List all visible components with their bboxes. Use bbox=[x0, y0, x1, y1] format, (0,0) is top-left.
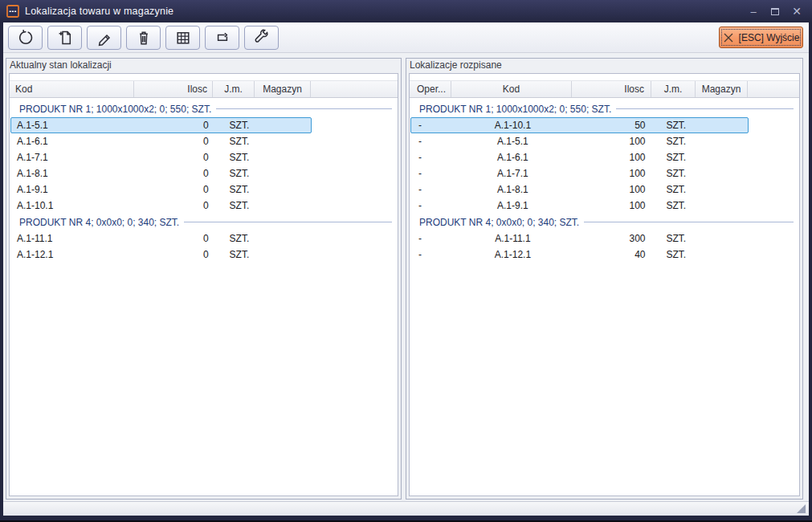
toolbar: [ESC] Wyjście bbox=[3, 22, 809, 53]
right-col-jm[interactable]: J.m. bbox=[651, 81, 696, 97]
table-row[interactable]: -A.1-6.1100SZT. bbox=[410, 149, 749, 165]
right-col-magazyn[interactable]: Magazyn bbox=[696, 81, 748, 97]
left-col-magazyn[interactable]: Magazyn bbox=[255, 81, 311, 97]
group-header-row: PRODUKT NR 1; 1000x1000x2; 0; 550; SZT. bbox=[410, 100, 799, 117]
tools-icon bbox=[252, 28, 271, 47]
group-line bbox=[216, 108, 392, 109]
right-list: Oper... Kod Ilosc J.m. Magazyn PRODUKT N… bbox=[409, 73, 800, 496]
client-area: [ESC] Wyjście Aktualny stan lokalizacji … bbox=[3, 22, 809, 516]
panel-assigned-locations: Lokalizacje rozpisane Oper... Kod Ilosc … bbox=[406, 58, 803, 500]
table-row[interactable]: -A.1-7.1100SZT. bbox=[410, 165, 749, 181]
edit-button[interactable] bbox=[87, 26, 121, 50]
exit-button-label: [ESC] Wyjście bbox=[739, 32, 800, 43]
table-row[interactable]: A.1-6.10SZT. bbox=[10, 133, 312, 149]
group-header-row: PRODUKT NR 4; 0x0x0; 0; 340; SZT. bbox=[410, 214, 799, 230]
left-col-ilosc[interactable]: Ilosc bbox=[134, 81, 213, 97]
close-button[interactable]: ✕ bbox=[790, 4, 804, 18]
exit-button[interactable]: [ESC] Wyjście bbox=[719, 27, 803, 48]
right-panel-title: Lokalizacje rozpisane bbox=[410, 59, 502, 71]
table-row[interactable]: A.1-8.10SZT. bbox=[10, 165, 312, 181]
maximize-icon bbox=[771, 8, 779, 15]
left-panel-title: Aktualny stan lokalizacji bbox=[10, 59, 112, 71]
minimize-button[interactable]: – bbox=[746, 4, 761, 18]
new-button[interactable] bbox=[47, 26, 82, 50]
table-row[interactable]: -A.1-11.1300SZT. bbox=[410, 230, 749, 247]
table-row[interactable]: -A.1-9.1100SZT. bbox=[410, 198, 749, 214]
resize-grip[interactable] bbox=[797, 504, 806, 513]
exit-x-icon bbox=[723, 32, 734, 43]
left-col-jm[interactable]: J.m. bbox=[213, 81, 255, 97]
right-col-empty bbox=[748, 81, 799, 97]
transfer-button[interactable] bbox=[205, 26, 239, 50]
right-col-kod[interactable]: Kod bbox=[451, 81, 572, 97]
maximize-button[interactable] bbox=[768, 4, 782, 18]
left-col-empty bbox=[311, 81, 398, 97]
table-row[interactable]: A.1-7.10SZT. bbox=[10, 149, 312, 165]
table-row[interactable]: -A.1-12.140SZT. bbox=[410, 247, 749, 263]
right-col-oper[interactable]: Oper... bbox=[410, 81, 451, 97]
tools-button[interactable] bbox=[244, 26, 279, 50]
titlebar: Lokalizacja towaru w magazynie – ✕ bbox=[0, 0, 812, 22]
group-header-row: PRODUKT NR 4; 0x0x0; 0; 340; SZT. bbox=[10, 214, 398, 230]
table-row[interactable]: A.1-12.10SZT. bbox=[10, 247, 312, 263]
right-col-ilosc[interactable]: Ilosc bbox=[572, 81, 651, 97]
left-col-kod[interactable]: Kod bbox=[10, 81, 134, 97]
table-row[interactable]: A.1-11.10SZT. bbox=[10, 230, 312, 247]
group-line bbox=[616, 108, 794, 109]
grid-button[interactable] bbox=[165, 26, 200, 50]
table-row-selected[interactable]: A.1-5.10SZT. bbox=[10, 117, 312, 133]
left-list: Kod Ilosc J.m. Magazyn PRODUKT NR 1; 100… bbox=[9, 73, 398, 496]
table-row[interactable]: -A.1-5.1100SZT. bbox=[410, 133, 749, 149]
delete-icon bbox=[134, 28, 153, 47]
table-row-selected[interactable]: -A.1-10.150SZT. bbox=[410, 117, 749, 133]
table-row[interactable]: -A.1-8.1100SZT. bbox=[410, 181, 749, 198]
group-header-row: PRODUKT NR 1; 1000x1000x2; 0; 550; SZT. bbox=[10, 100, 398, 117]
table-row[interactable]: A.1-9.10SZT. bbox=[10, 181, 312, 198]
transfer-icon bbox=[213, 28, 232, 47]
app-icon bbox=[6, 5, 19, 18]
left-rows: PRODUKT NR 1; 1000x1000x2; 0; 550; SZT. … bbox=[10, 98, 398, 263]
new-item-icon bbox=[55, 28, 75, 47]
refresh-button[interactable] bbox=[8, 26, 43, 50]
status-bar bbox=[3, 501, 809, 516]
edit-icon bbox=[95, 28, 114, 47]
grid-icon bbox=[173, 28, 193, 47]
window-title: Lokalizacja towaru w magazynie bbox=[25, 6, 173, 17]
delete-button[interactable] bbox=[126, 26, 161, 50]
right-table-header: Oper... Kod Ilosc J.m. Magazyn bbox=[410, 80, 799, 98]
right-rows: PRODUKT NR 1; 1000x1000x2; 0; 550; SZT. … bbox=[410, 98, 799, 263]
panel-current-locations: Aktualny stan lokalizacji Kod Ilosc J.m.… bbox=[6, 58, 402, 500]
group-line bbox=[184, 222, 392, 222]
refresh-icon bbox=[16, 28, 35, 47]
group-line bbox=[584, 222, 794, 222]
table-row[interactable]: A.1-10.10SZT. bbox=[10, 198, 312, 214]
left-table-header: Kod Ilosc J.m. Magazyn bbox=[10, 80, 398, 98]
